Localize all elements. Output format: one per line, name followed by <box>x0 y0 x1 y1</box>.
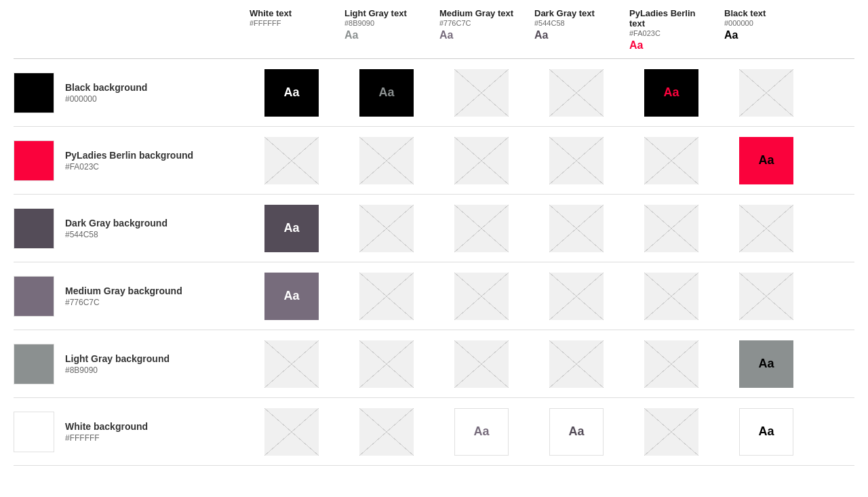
col-header-black-text: Black text#000000Aa <box>719 8 814 52</box>
combo-box-light-gray-bg-pyladies-text <box>644 340 698 388</box>
cell-medium-gray-bg-dark-gray-text <box>529 273 624 320</box>
combo-box-light-gray-bg-white-text <box>264 340 319 388</box>
bg-hex-white-bg: #FFFFFF <box>65 433 148 443</box>
combo-box-white-bg-white-text <box>264 408 319 456</box>
col-sample-medium-gray-text: Aa <box>439 29 524 41</box>
row-dark-gray-bg: Dark Gray background#544C58Aa <box>14 195 854 262</box>
row-label-medium-gray-bg: Medium Gray background#776C7C <box>14 276 244 317</box>
combo-box-white-bg-medium-gray-text: Aa <box>454 408 509 456</box>
combo-box-light-gray-bg-black-text: Aa <box>739 340 793 388</box>
combo-box-white-bg-pyladies-text <box>644 408 698 456</box>
col-sample-dark-gray-text: Aa <box>534 29 618 41</box>
data-rows: Black background#000000AaAaAaPyLadies Be… <box>14 59 854 466</box>
combo-box-medium-gray-bg-black-text <box>739 273 793 320</box>
col-title-dark-gray-text: Dark Gray text <box>534 8 618 18</box>
bg-name-white-bg: White background <box>65 421 148 432</box>
row-text-light-gray-bg: Light Gray background#8B9090 <box>65 353 170 375</box>
cell-black-bg-black-text <box>719 69 814 117</box>
cell-white-bg-black-text: Aa <box>719 408 814 456</box>
cell-light-gray-bg-pyladies-text <box>624 340 719 388</box>
combo-label-black-bg-pyladies-text: Aa <box>663 85 679 100</box>
row-label-light-gray-bg: Light Gray background#8B9090 <box>14 344 244 384</box>
row-text-dark-gray-bg: Dark Gray background#544C58 <box>65 218 167 239</box>
col-sample-light-gray-text: Aa <box>344 29 429 41</box>
combo-box-white-bg-light-gray-text <box>359 408 414 456</box>
combo-box-dark-gray-bg-white-text: Aa <box>264 205 319 252</box>
col-hex-light-gray-text: #8B9090 <box>344 19 429 27</box>
combo-box-dark-gray-bg-medium-gray-text <box>454 205 509 252</box>
cell-light-gray-bg-light-gray-text <box>339 340 434 388</box>
cell-dark-gray-bg-white-text: Aa <box>244 205 339 252</box>
cell-pyladies-bg-white-text <box>244 137 339 184</box>
combo-label-medium-gray-bg-white-text: Aa <box>283 289 299 303</box>
combo-box-pyladies-bg-dark-gray-text <box>549 137 604 184</box>
col-header-light-gray-text: Light Gray text#8B9090Aa <box>339 8 434 52</box>
swatch-pyladies-bg <box>14 140 54 181</box>
cell-black-bg-pyladies-text: Aa <box>624 69 719 117</box>
combo-label-white-bg-dark-gray-text: Aa <box>568 424 584 439</box>
col-header-white-text: White text#FFFFFFAa <box>244 8 339 52</box>
cell-medium-gray-bg-black-text <box>719 273 814 320</box>
combo-box-medium-gray-bg-pyladies-text <box>644 273 698 320</box>
row-text-pyladies-bg: PyLadies Berlin background#FA023C <box>65 150 193 172</box>
combo-label-pyladies-bg-black-text: Aa <box>758 153 774 167</box>
cell-white-bg-white-text <box>244 408 339 456</box>
cell-dark-gray-bg-dark-gray-text <box>529 205 624 252</box>
cell-pyladies-bg-black-text: Aa <box>719 137 814 184</box>
combo-box-medium-gray-bg-medium-gray-text <box>454 273 509 320</box>
swatch-black-bg <box>14 73 54 113</box>
combo-box-white-bg-black-text: Aa <box>739 408 793 456</box>
cell-white-bg-dark-gray-text: Aa <box>529 408 624 456</box>
main-container: White text#FFFFFFAaLight Gray text#8B909… <box>0 0 868 466</box>
combo-box-dark-gray-bg-pyladies-text <box>644 205 698 252</box>
swatch-dark-gray-bg <box>14 208 54 249</box>
row-text-medium-gray-bg: Medium Gray background#776C7C <box>65 285 182 307</box>
row-pyladies-bg: PyLadies Berlin background#FA023CAa <box>14 127 854 195</box>
combo-box-pyladies-bg-medium-gray-text <box>454 137 509 184</box>
combo-box-dark-gray-bg-light-gray-text <box>359 205 414 252</box>
cell-black-bg-white-text: Aa <box>244 69 339 117</box>
cell-white-bg-light-gray-text <box>339 408 434 456</box>
col-title-white-text: White text <box>250 8 334 18</box>
cell-dark-gray-bg-medium-gray-text <box>434 205 529 252</box>
combo-box-dark-gray-bg-dark-gray-text <box>549 205 604 252</box>
combo-box-pyladies-bg-white-text <box>264 137 319 184</box>
combo-box-light-gray-bg-medium-gray-text <box>454 340 509 388</box>
cell-pyladies-bg-medium-gray-text <box>434 137 529 184</box>
combo-box-pyladies-bg-black-text: Aa <box>739 137 793 184</box>
cell-black-bg-light-gray-text: Aa <box>339 69 434 117</box>
combo-box-medium-gray-bg-dark-gray-text <box>549 273 604 320</box>
row-text-black-bg: Black background#000000 <box>65 82 147 104</box>
bg-hex-dark-gray-bg: #544C58 <box>65 230 167 239</box>
bg-hex-light-gray-bg: #8B9090 <box>65 365 170 375</box>
cell-black-bg-medium-gray-text <box>434 69 529 117</box>
row-text-white-bg: White background#FFFFFF <box>65 421 148 443</box>
header-row: White text#FFFFFFAaLight Gray text#8B909… <box>14 0 854 59</box>
combo-box-black-bg-dark-gray-text <box>549 69 604 117</box>
swatch-medium-gray-bg <box>14 276 54 317</box>
cell-medium-gray-bg-pyladies-text <box>624 273 719 320</box>
combo-box-black-bg-white-text: Aa <box>264 69 319 117</box>
bg-hex-pyladies-bg: #FA023C <box>65 162 193 172</box>
cell-white-bg-medium-gray-text: Aa <box>434 408 529 456</box>
cell-medium-gray-bg-white-text: Aa <box>244 273 339 320</box>
row-white-bg: White background#FFFFFFAaAaAa <box>14 398 854 466</box>
row-label-black-bg: Black background#000000 <box>14 73 244 113</box>
col-sample-pyladies-text: Aa <box>629 39 713 52</box>
col-hex-pyladies-text: #FA023C <box>629 29 713 37</box>
cell-dark-gray-bg-pyladies-text <box>624 205 719 252</box>
bg-name-black-bg: Black background <box>65 82 147 93</box>
combo-box-black-bg-black-text <box>739 69 793 117</box>
combo-box-medium-gray-bg-light-gray-text <box>359 273 414 320</box>
combo-box-white-bg-dark-gray-text: Aa <box>549 408 604 456</box>
combo-label-light-gray-bg-black-text: Aa <box>758 357 774 371</box>
combo-box-black-bg-light-gray-text: Aa <box>359 69 414 117</box>
combo-box-light-gray-bg-light-gray-text <box>359 340 414 388</box>
col-sample-white-text: Aa <box>250 29 334 41</box>
cell-dark-gray-bg-light-gray-text <box>339 205 434 252</box>
cell-dark-gray-bg-black-text <box>719 205 814 252</box>
bg-name-pyladies-bg: PyLadies Berlin background <box>65 150 193 161</box>
cell-light-gray-bg-medium-gray-text <box>434 340 529 388</box>
row-medium-gray-bg: Medium Gray background#776C7CAa <box>14 262 854 330</box>
combo-label-black-bg-white-text: Aa <box>283 85 299 100</box>
